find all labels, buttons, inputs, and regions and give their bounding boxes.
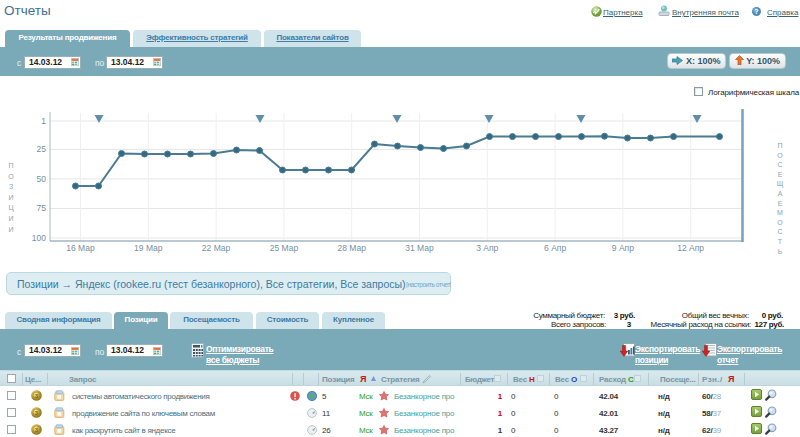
svg-text:100: 100 [32, 233, 46, 243]
svg-text:6 Апр: 6 Апр [544, 243, 566, 253]
svg-text:16 Мар: 16 Мар [66, 243, 95, 253]
svg-text:75: 75 [37, 203, 47, 213]
svg-text:31 Мар: 31 Мар [405, 243, 434, 253]
svg-text:50: 50 [37, 174, 47, 184]
svg-text:22 Мар: 22 Мар [202, 243, 231, 253]
svg-text:3 Апр: 3 Апр [476, 243, 498, 253]
svg-text:9 Апр: 9 Апр [612, 243, 634, 253]
svg-text:12 Апр: 12 Апр [677, 243, 704, 253]
svg-text:19 Мар: 19 Мар [134, 243, 163, 253]
svg-text:28 Мар: 28 Мар [337, 243, 366, 253]
svg-text:25: 25 [37, 144, 47, 154]
svg-text:1: 1 [41, 116, 46, 126]
svg-text:25 Мар: 25 Мар [270, 243, 299, 253]
